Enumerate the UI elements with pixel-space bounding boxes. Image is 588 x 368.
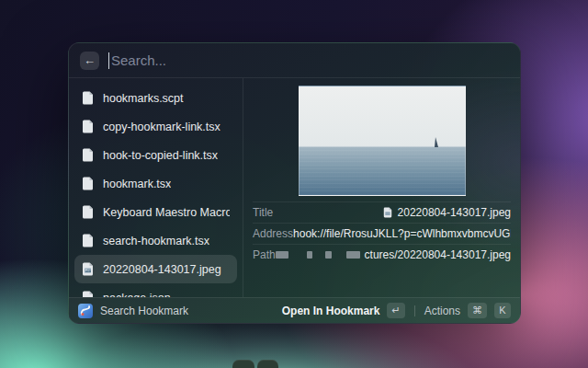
- left-arrow-icon: ←: [84, 54, 96, 66]
- redaction-block: [325, 251, 332, 259]
- list-item[interactable]: search-hookmark.tsx: [74, 226, 237, 255]
- list-item[interactable]: package.json: [74, 283, 237, 297]
- list-item-label: hookmark.tsx: [103, 178, 171, 190]
- metadata: Title 20220804-143017.jpeg Address hook:…: [243, 201, 520, 265]
- meta-value-address: hook://file/RrosuJKLL?p=cWlhbmxvbmcvUGlj…: [293, 227, 511, 240]
- back-button[interactable]: ←: [80, 52, 99, 70]
- meta-label: Path: [253, 248, 276, 261]
- meta-row-address: Address hook://file/RrosuJKLL?p=cWlhbmxv…: [253, 223, 511, 244]
- dock-icon-peek[interactable]: [232, 360, 254, 368]
- command-title: Search Hookmark: [100, 305, 188, 317]
- meta-row-title: Title 20220804-143017.jpeg: [253, 201, 511, 223]
- hookmark-app-icon: [78, 304, 93, 318]
- list-item-selected[interactable]: 20220804-143017.jpeg: [74, 255, 237, 283]
- meta-label: Title: [253, 206, 273, 219]
- list-item-label: hook-to-copied-link.tsx: [103, 149, 218, 162]
- sailboat: [435, 137, 438, 147]
- cmd-key-badge[interactable]: ⌘: [468, 303, 487, 318]
- list-item[interactable]: hookmark.tsx: [74, 169, 237, 198]
- return-key-badge[interactable]: ↵: [387, 303, 404, 318]
- action-bar: Search Hookmark Open In Hookmark ↵ Actio…: [69, 297, 520, 323]
- image-file-icon: [82, 262, 94, 276]
- text-caret: [108, 52, 109, 69]
- launcher-window: ← hookmarks.scpt copy-hookmark-link.tsx: [68, 42, 521, 324]
- primary-action-label[interactable]: Open In Hookmark: [282, 305, 380, 317]
- meta-value-path: ctures/20220804-143017.jpeg: [365, 248, 511, 261]
- preview-area: [243, 78, 520, 201]
- list-item[interactable]: hookmarks.scpt: [74, 84, 237, 112]
- file-icon: [82, 120, 94, 133]
- redaction-block: [276, 251, 288, 259]
- list-item-label: Keyboard Maestro Macros.k…: [103, 206, 230, 219]
- file-icon: [82, 148, 94, 162]
- list-item-label: copy-hookmark-link.tsx: [103, 121, 220, 133]
- meta-row-path: Path ctures/20220804-143017.jpeg: [253, 244, 511, 265]
- footer-divider: [414, 305, 415, 316]
- meta-value-title: 20220804-143017.jpeg: [398, 206, 511, 219]
- redaction-block: [346, 251, 360, 259]
- file-icon: [82, 91, 94, 105]
- results-list: hookmarks.scpt copy-hookmark-link.tsx ho…: [69, 78, 243, 297]
- detail-panel: Title 20220804-143017.jpeg Address hook:…: [243, 78, 520, 297]
- actions-button[interactable]: Actions: [424, 305, 460, 317]
- search-input[interactable]: [110, 52, 509, 68]
- redaction-block: [307, 251, 313, 259]
- search-bar: ←: [69, 43, 520, 78]
- sea-texture: [300, 146, 465, 195]
- meta-label: Address: [253, 227, 293, 240]
- file-icon: [82, 205, 94, 219]
- file-icon: [82, 234, 94, 247]
- file-icon: [82, 291, 94, 297]
- k-key-badge[interactable]: K: [494, 303, 511, 318]
- list-item[interactable]: copy-hookmark-link.tsx: [74, 112, 237, 141]
- dock-icon-peek[interactable]: [257, 360, 278, 368]
- content-area: hookmarks.scpt copy-hookmark-link.tsx ho…: [69, 78, 520, 297]
- list-item-label: search-hookmark.tsx: [103, 235, 209, 247]
- list-item[interactable]: hook-to-copied-link.tsx: [74, 141, 237, 169]
- file-icon: [383, 207, 392, 218]
- image-preview: [299, 86, 466, 196]
- list-item-label: 20220804-143017.jpeg: [103, 263, 221, 276]
- list-item-label: hookmarks.scpt: [103, 92, 184, 105]
- file-icon: [82, 177, 94, 190]
- list-item[interactable]: Keyboard Maestro Macros.k…: [74, 198, 237, 226]
